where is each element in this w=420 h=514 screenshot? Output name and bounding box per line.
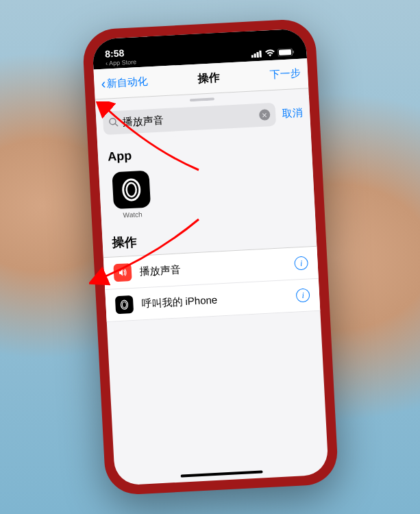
nav-title: 操作 (197, 71, 220, 86)
svg-point-7 (109, 118, 115, 124)
app-label: Watch (123, 210, 143, 219)
watch-icon (114, 295, 133, 314)
svg-rect-2 (256, 52, 258, 58)
phone-screen: 8:58 ‹ App Store ‹ 新 (92, 28, 329, 485)
info-icon[interactable]: i (295, 288, 310, 302)
phone-device: 8:58 ‹ App Store ‹ 新 (82, 19, 338, 496)
wifi-icon (264, 49, 275, 59)
svg-point-12 (122, 302, 126, 308)
chevron-left-icon: ‹ (105, 60, 108, 66)
info-icon[interactable]: i (294, 256, 308, 271)
status-breadcrumb[interactable]: ‹ App Store (105, 58, 136, 66)
status-time: 8:58 (104, 47, 136, 59)
chevron-left-icon: ‹ (100, 76, 106, 92)
home-indicator[interactable] (180, 470, 262, 477)
search-field[interactable]: 播放声音 ✕ (102, 103, 275, 135)
svg-rect-6 (293, 51, 294, 53)
svg-line-8 (115, 123, 118, 126)
search-icon (108, 117, 119, 129)
nav-back-button[interactable]: ‹ 新自动化 (100, 73, 148, 92)
svg-rect-1 (254, 53, 256, 58)
svg-point-10 (126, 183, 136, 197)
action-label: 呼叫我的 iPhone (140, 290, 288, 310)
clear-icon[interactable]: ✕ (258, 109, 270, 121)
action-list: 播放声音 i 呼叫我的 iPhone i (103, 246, 320, 322)
search-cancel-button[interactable]: 取消 (282, 106, 303, 121)
svg-rect-5 (278, 49, 291, 56)
action-label: 播放声音 (139, 258, 286, 278)
content: App Watch 操作 播放声音 i (97, 130, 319, 322)
battery-icon (277, 48, 295, 58)
watch-app-icon (112, 171, 151, 210)
nav-next-button[interactable]: 下一步 (269, 67, 301, 82)
speaker-icon (113, 263, 132, 282)
search-input[interactable]: 播放声音 (122, 109, 256, 129)
app-item-watch[interactable]: Watch (108, 170, 155, 219)
svg-rect-3 (259, 51, 262, 58)
svg-rect-0 (251, 55, 253, 58)
signal-icon (251, 50, 262, 60)
